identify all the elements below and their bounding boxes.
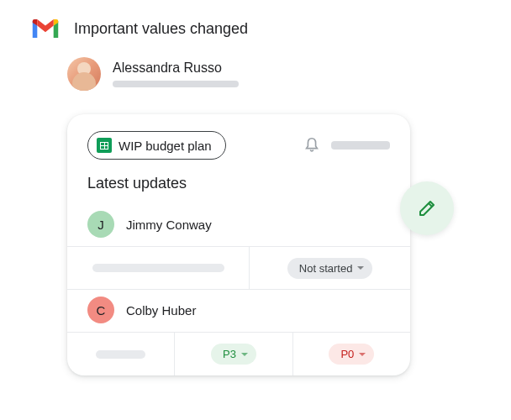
chevron-down-icon (357, 266, 364, 270)
table-row: P3 P0 (67, 332, 410, 375)
update-person-row: C Colby Huber (67, 290, 410, 332)
status-label: Not started (299, 262, 353, 275)
compose-fab[interactable] (400, 181, 454, 235)
bell-icon[interactable] (303, 136, 321, 155)
chevron-down-icon (241, 353, 248, 356)
section-title: Latest updates (67, 175, 410, 204)
person-name: Jimmy Conway (126, 218, 212, 232)
sender-meta-placeholder (113, 81, 239, 87)
priority-label: P3 (223, 348, 236, 360)
chevron-down-icon (359, 353, 366, 356)
sender-row: Alessandra Russo (0, 47, 511, 91)
pencil-icon (417, 198, 437, 218)
sender-avatar (67, 57, 101, 91)
cell-placeholder (67, 247, 250, 289)
status-dropdown[interactable]: Not started (287, 258, 373, 279)
avatar-jimmy: J (87, 211, 114, 238)
header-placeholder (331, 141, 390, 150)
document-chip[interactable]: WIP budget plan (87, 131, 226, 160)
priority-new-dropdown[interactable]: P0 (329, 344, 374, 365)
avatar-colby: C (87, 297, 114, 323)
priority-old-dropdown[interactable]: P3 (211, 344, 256, 365)
email-subject: Important values changed (74, 20, 248, 38)
update-person-row: J Jimmy Conway (67, 204, 410, 246)
person-name: Colby Huber (126, 303, 196, 318)
updates-card: WIP budget plan Latest updates J Jimmy C… (67, 114, 410, 375)
table-row: Not started (67, 246, 410, 290)
priority-label: P0 (340, 348, 354, 360)
gmail-logo-icon (30, 17, 61, 40)
document-name: WIP budget plan (119, 139, 212, 153)
cell-placeholder (67, 333, 175, 375)
sender-name: Alessandra Russo (113, 60, 239, 76)
email-header: Important values changed (0, 0, 511, 47)
sheets-icon (97, 138, 112, 153)
